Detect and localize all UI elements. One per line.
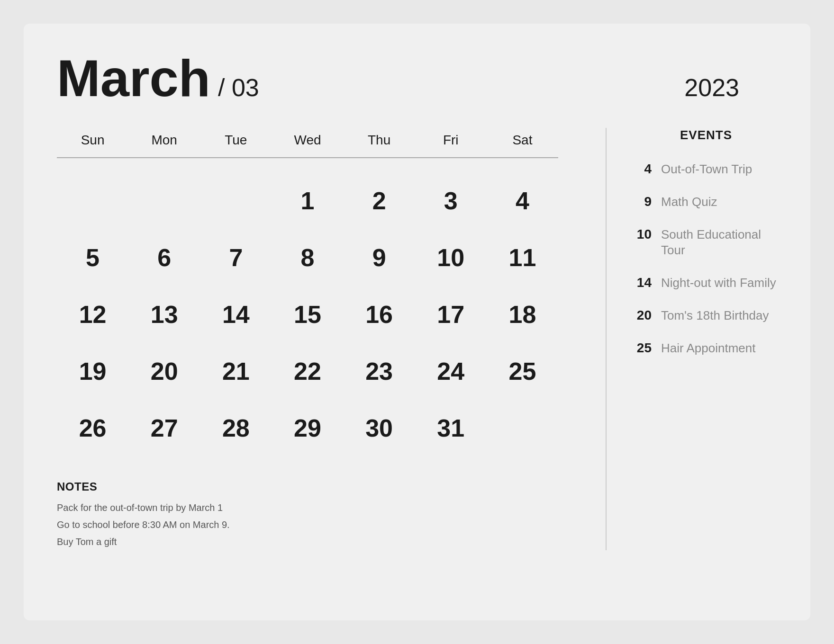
calendar-day-12[interactable]: 12 [57, 286, 128, 343]
calendar-day-30[interactable]: 30 [344, 400, 415, 456]
header: March / 03 2023 [57, 52, 777, 104]
event-name-20: Tom's 18th Birthday [661, 308, 769, 324]
calendar-day-16[interactable]: 16 [344, 286, 415, 343]
calendar-day-8[interactable]: 8 [272, 229, 343, 286]
calendar-day-2[interactable]: 2 [344, 172, 415, 229]
calendar-grid: 1 2 3 4 5 6 7 8 9 10 11 12 13 14 15 16 1… [57, 172, 558, 456]
event-item-14: 14 Night-out with Family [635, 275, 777, 291]
day-header-fri: Fri [415, 128, 487, 157]
event-item-4: 4 Out-of-Town Trip [635, 161, 777, 178]
empty-cell [200, 172, 272, 229]
event-item-10: 10 South Educational Tour [635, 227, 777, 259]
event-name-25: Hair Appointment [661, 340, 755, 357]
events-section: EVENTS 4 Out-of-Town Trip 9 Math Quiz 10… [626, 128, 777, 550]
event-day-10: 10 [635, 227, 652, 242]
calendar-day-28[interactable]: 28 [200, 400, 272, 456]
calendar-day-19[interactable]: 19 [57, 343, 128, 400]
event-day-14: 14 [635, 275, 652, 290]
calendar-day-13[interactable]: 13 [128, 286, 200, 343]
day-header-wed: Wed [272, 128, 343, 157]
event-day-25: 25 [635, 340, 652, 356]
calendar-day-10[interactable]: 10 [415, 229, 487, 286]
month-number: / 03 [218, 73, 259, 102]
empty-cell [57, 172, 128, 229]
calendar-day-22[interactable]: 22 [272, 343, 343, 400]
event-name-4: Out-of-Town Trip [661, 161, 752, 178]
note-line-3: Buy Tom a gift [57, 533, 558, 550]
calendar-day-31[interactable]: 31 [415, 400, 487, 456]
calendar-day-26[interactable]: 26 [57, 400, 128, 456]
calendar-day-24[interactable]: 24 [415, 343, 487, 400]
calendar-day-21[interactable]: 21 [200, 343, 272, 400]
event-name-14: Night-out with Family [661, 275, 776, 291]
calendar-day-3[interactable]: 3 [415, 172, 487, 229]
day-header-mon: Mon [128, 128, 200, 157]
calendar-day-6[interactable]: 6 [128, 229, 200, 286]
header-divider [57, 157, 558, 158]
calendar-day-1[interactable]: 1 [272, 172, 343, 229]
notes-title: NOTES [57, 480, 558, 493]
calendar-day-15[interactable]: 15 [272, 286, 343, 343]
event-item-25: 25 Hair Appointment [635, 340, 777, 357]
vertical-divider [606, 128, 607, 550]
calendar-day-14[interactable]: 14 [200, 286, 272, 343]
calendar-container: March / 03 2023 Sun Mon Tue Wed Thu Fri … [24, 24, 810, 620]
calendar-day-20[interactable]: 20 [128, 343, 200, 400]
calendar-day-11[interactable]: 11 [487, 229, 558, 286]
calendar-day-27[interactable]: 27 [128, 400, 200, 456]
event-day-4: 4 [635, 161, 652, 177]
note-line-2: Go to school before 8:30 AM on March 9. [57, 516, 558, 533]
day-header-thu: Thu [344, 128, 415, 157]
year: 2023 [684, 73, 739, 102]
notes-text: Pack for the out-of-town trip by March 1… [57, 499, 558, 550]
calendar-day-23[interactable]: 23 [344, 343, 415, 400]
day-header-tue: Tue [200, 128, 272, 157]
event-day-20: 20 [635, 308, 652, 323]
empty-cell [487, 400, 558, 456]
main-content: Sun Mon Tue Wed Thu Fri Sat 1 2 3 4 [57, 128, 777, 550]
calendar-day-25[interactable]: 25 [487, 343, 558, 400]
calendar-day-17[interactable]: 17 [415, 286, 487, 343]
day-header-sun: Sun [57, 128, 128, 157]
calendar-day-5[interactable]: 5 [57, 229, 128, 286]
day-headers: Sun Mon Tue Wed Thu Fri Sat [57, 128, 558, 168]
calendar-day-7[interactable]: 7 [200, 229, 272, 286]
calendar-day-9[interactable]: 9 [344, 229, 415, 286]
notes-section: NOTES Pack for the out-of-town trip by M… [57, 480, 558, 550]
note-line-1: Pack for the out-of-town trip by March 1 [57, 499, 558, 516]
event-name-9: Math Quiz [661, 194, 717, 210]
calendar-day-18[interactable]: 18 [487, 286, 558, 343]
event-name-10: South Educational Tour [661, 227, 777, 259]
event-item-9: 9 Math Quiz [635, 194, 777, 210]
calendar-section: Sun Mon Tue Wed Thu Fri Sat 1 2 3 4 [57, 128, 587, 550]
calendar-day-29[interactable]: 29 [272, 400, 343, 456]
events-title: EVENTS [635, 128, 777, 143]
event-item-20: 20 Tom's 18th Birthday [635, 308, 777, 324]
empty-cell [128, 172, 200, 229]
month-title: March [57, 52, 210, 104]
event-day-9: 9 [635, 194, 652, 209]
header-left: March / 03 [57, 52, 259, 104]
calendar-day-4[interactable]: 4 [487, 172, 558, 229]
day-header-sat: Sat [487, 128, 558, 157]
